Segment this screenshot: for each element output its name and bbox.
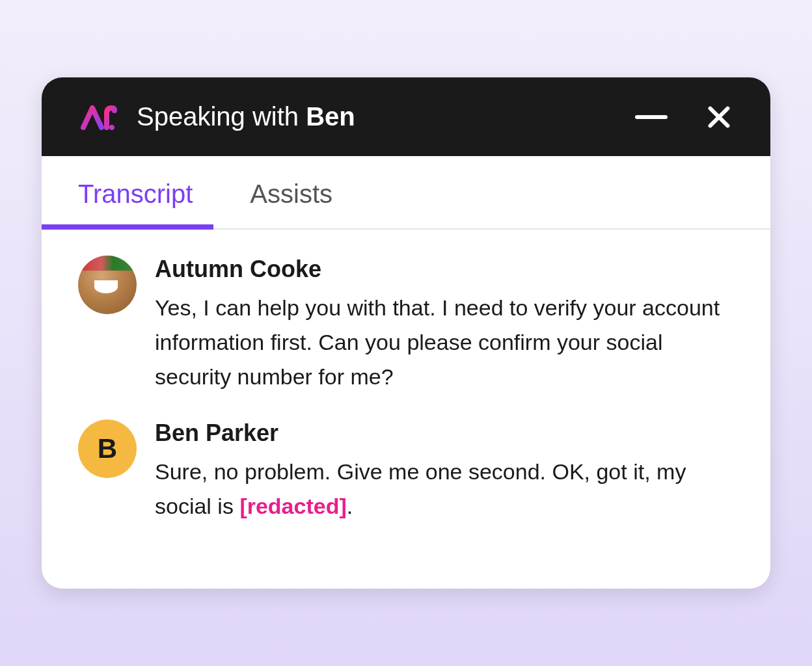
close-icon[interactable] [707,105,731,129]
tab-label: Transcript [78,180,193,208]
svg-point-0 [109,125,115,130]
message: Autumn Cooke Yes, I can help you with th… [78,256,734,393]
message-text: Yes, I can help you with that. I need to… [155,291,734,393]
minimize-icon[interactable] [635,115,668,119]
avatar-photo [78,256,137,314]
transcript-panel: Autumn Cooke Yes, I can help you with th… [42,230,770,588]
tab-assists[interactable]: Assists [245,156,338,228]
avatar: B [78,420,137,478]
window-title: Speaking with Ben [137,102,616,131]
chat-window: Speaking with Ben Transcript Assists Aut… [42,77,770,588]
title-prefix: Speaking with [137,102,306,131]
message-author: Ben Parker [155,420,734,447]
tabs: Transcript Assists [42,156,770,230]
title-name: Ben [306,102,355,131]
window-controls [635,105,731,129]
window-header: Speaking with Ben [42,77,770,156]
message-content: Ben Parker Sure, no problem. Give me one… [155,420,734,523]
app-logo-icon [81,104,117,130]
tab-label: Assists [250,180,332,208]
message-author: Autumn Cooke [155,256,734,283]
avatar-letter: B [78,420,137,478]
message-text-before: Sure, no problem. Give me one second. OK… [155,459,686,518]
tab-transcript[interactable]: Transcript [73,156,198,228]
message-content: Autumn Cooke Yes, I can help you with th… [155,256,734,393]
message: B Ben Parker Sure, no problem. Give me o… [78,420,734,523]
avatar [78,256,137,314]
message-text-after: . [347,494,353,518]
message-text: Sure, no problem. Give me one second. OK… [155,455,734,523]
redacted-badge: [redacted] [239,494,346,518]
